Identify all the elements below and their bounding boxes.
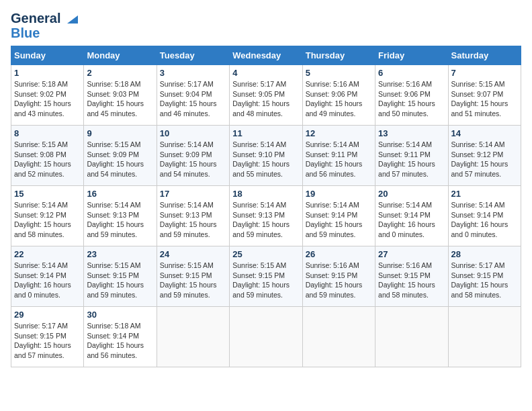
day-info: Sunrise: 5:15 AMSunset: 9:15 PMDaylight:…: [232, 261, 299, 300]
calendar-cell: 3Sunrise: 5:17 AMSunset: 9:04 PMDaylight…: [157, 65, 229, 126]
day-number: 20: [378, 189, 445, 199]
calendar-cell: 12Sunrise: 5:14 AMSunset: 9:11 PMDayligh…: [302, 126, 375, 186]
day-number: 14: [451, 128, 518, 138]
day-number: 5: [306, 68, 372, 78]
calendar-cell: 5Sunrise: 5:16 AMSunset: 9:06 PMDaylight…: [302, 65, 375, 126]
day-number: 29: [14, 310, 81, 320]
day-number: 19: [306, 189, 372, 199]
day-number: 25: [232, 249, 299, 259]
day-number: 21: [451, 189, 518, 199]
day-info: Sunrise: 5:14 AMSunset: 9:14 PMDaylight:…: [306, 200, 372, 240]
calendar-week-3: 15Sunrise: 5:14 AMSunset: 9:12 PMDayligh…: [11, 186, 521, 246]
day-info: Sunrise: 5:14 AMSunset: 9:11 PMDaylight:…: [378, 140, 445, 179]
day-number: 27: [378, 249, 445, 259]
day-info: Sunrise: 5:17 AMSunset: 9:15 PMDaylight:…: [14, 321, 81, 361]
day-number: 24: [160, 249, 226, 259]
logo-icon: [63, 10, 82, 29]
calendar-cell: 30Sunrise: 5:18 AMSunset: 9:14 PMDayligh…: [84, 307, 157, 367]
calendar-cell: 6Sunrise: 5:16 AMSunset: 9:06 PMDaylight…: [375, 65, 448, 126]
day-info: Sunrise: 5:17 AMSunset: 9:04 PMDaylight:…: [160, 79, 226, 119]
day-number: 2: [87, 68, 153, 78]
calendar-cell: [448, 307, 521, 367]
calendar-cell: [375, 307, 448, 367]
calendar-cell: [157, 307, 229, 367]
calendar-cell: 10Sunrise: 5:14 AMSunset: 9:09 PMDayligh…: [157, 126, 229, 186]
day-number: 30: [87, 310, 153, 320]
col-header-friday: Friday: [375, 46, 448, 65]
day-info: Sunrise: 5:14 AMSunset: 9:14 PMDaylight:…: [14, 261, 81, 300]
col-header-wednesday: Wednesday: [230, 46, 302, 65]
header-row: SundayMondayTuesdayWednesdayThursdayFrid…: [11, 46, 521, 65]
calendar-cell: 19Sunrise: 5:14 AMSunset: 9:14 PMDayligh…: [302, 186, 375, 246]
day-number: 18: [232, 189, 299, 199]
calendar-cell: 16Sunrise: 5:14 AMSunset: 9:13 PMDayligh…: [84, 186, 157, 246]
calendar-table: SundayMondayTuesdayWednesdayThursdayFrid…: [11, 46, 521, 367]
day-info: Sunrise: 5:14 AMSunset: 9:14 PMDaylight:…: [451, 200, 518, 240]
calendar-cell: 14Sunrise: 5:14 AMSunset: 9:12 PMDayligh…: [448, 126, 521, 186]
calendar-week-5: 29Sunrise: 5:17 AMSunset: 9:15 PMDayligh…: [11, 307, 521, 367]
day-info: Sunrise: 5:14 AMSunset: 9:13 PMDaylight:…: [87, 200, 153, 240]
calendar-cell: 17Sunrise: 5:14 AMSunset: 9:13 PMDayligh…: [157, 186, 229, 246]
calendar-cell: [302, 307, 375, 367]
calendar-week-2: 8Sunrise: 5:15 AMSunset: 9:08 PMDaylight…: [11, 126, 521, 186]
calendar-cell: 23Sunrise: 5:15 AMSunset: 9:15 PMDayligh…: [84, 246, 157, 307]
calendar-cell: 8Sunrise: 5:15 AMSunset: 9:08 PMDaylight…: [11, 126, 84, 186]
day-number: 13: [378, 128, 445, 138]
col-header-thursday: Thursday: [302, 46, 375, 65]
calendar-cell: 26Sunrise: 5:16 AMSunset: 9:15 PMDayligh…: [302, 246, 375, 307]
day-number: 12: [306, 128, 372, 138]
calendar-cell: 20Sunrise: 5:14 AMSunset: 9:14 PMDayligh…: [375, 186, 448, 246]
day-info: Sunrise: 5:14 AMSunset: 9:09 PMDaylight:…: [160, 140, 226, 179]
calendar-cell: 25Sunrise: 5:15 AMSunset: 9:15 PMDayligh…: [230, 246, 302, 307]
day-info: Sunrise: 5:14 AMSunset: 9:11 PMDaylight:…: [306, 140, 372, 179]
calendar-cell: 27Sunrise: 5:16 AMSunset: 9:15 PMDayligh…: [375, 246, 448, 307]
day-info: Sunrise: 5:14 AMSunset: 9:12 PMDaylight:…: [451, 140, 518, 179]
logo: GeneralBlue: [11, 11, 82, 40]
day-info: Sunrise: 5:14 AMSunset: 9:13 PMDaylight:…: [160, 200, 226, 240]
calendar-cell: 13Sunrise: 5:14 AMSunset: 9:11 PMDayligh…: [375, 126, 448, 186]
day-info: Sunrise: 5:15 AMSunset: 9:08 PMDaylight:…: [14, 140, 81, 179]
day-info: Sunrise: 5:15 AMSunset: 9:07 PMDaylight:…: [451, 79, 518, 119]
day-number: 16: [87, 189, 153, 199]
calendar-cell: 7Sunrise: 5:15 AMSunset: 9:07 PMDaylight…: [448, 65, 521, 126]
logo-blue: Blue: [11, 26, 40, 40]
day-number: 1: [14, 68, 81, 78]
calendar-cell: 9Sunrise: 5:15 AMSunset: 9:09 PMDaylight…: [84, 126, 157, 186]
svg-marker-0: [67, 15, 78, 24]
day-info: Sunrise: 5:16 AMSunset: 9:15 PMDaylight:…: [378, 261, 445, 300]
day-number: 6: [378, 68, 445, 78]
day-info: Sunrise: 5:15 AMSunset: 9:09 PMDaylight:…: [87, 140, 153, 179]
day-info: Sunrise: 5:16 AMSunset: 9:15 PMDaylight:…: [306, 261, 372, 300]
day-number: 26: [306, 249, 372, 259]
calendar-cell: 1Sunrise: 5:18 AMSunset: 9:02 PMDaylight…: [11, 65, 84, 126]
col-header-sunday: Sunday: [11, 46, 84, 65]
calendar-cell: 2Sunrise: 5:18 AMSunset: 9:03 PMDaylight…: [84, 65, 157, 126]
col-header-tuesday: Tuesday: [157, 46, 229, 65]
day-info: Sunrise: 5:16 AMSunset: 9:06 PMDaylight:…: [378, 79, 445, 119]
day-number: 17: [160, 189, 226, 199]
day-number: 22: [14, 249, 81, 259]
day-info: Sunrise: 5:18 AMSunset: 9:03 PMDaylight:…: [87, 79, 153, 119]
calendar-cell: 4Sunrise: 5:17 AMSunset: 9:05 PMDaylight…: [230, 65, 302, 126]
header: GeneralBlue: [11, 11, 521, 40]
day-info: Sunrise: 5:15 AMSunset: 9:15 PMDaylight:…: [87, 261, 153, 300]
day-info: Sunrise: 5:17 AMSunset: 9:05 PMDaylight:…: [232, 79, 299, 119]
calendar-cell: 21Sunrise: 5:14 AMSunset: 9:14 PMDayligh…: [448, 186, 521, 246]
day-number: 3: [160, 68, 226, 78]
col-header-saturday: Saturday: [448, 46, 521, 65]
day-number: 9: [87, 128, 153, 138]
day-number: 8: [14, 128, 81, 138]
day-number: 7: [451, 68, 518, 78]
calendar-week-4: 22Sunrise: 5:14 AMSunset: 9:14 PMDayligh…: [11, 246, 521, 307]
day-info: Sunrise: 5:14 AMSunset: 9:14 PMDaylight:…: [378, 200, 445, 240]
day-info: Sunrise: 5:18 AMSunset: 9:02 PMDaylight:…: [14, 79, 81, 119]
day-info: Sunrise: 5:18 AMSunset: 9:14 PMDaylight:…: [87, 321, 153, 361]
calendar-cell: 11Sunrise: 5:14 AMSunset: 9:10 PMDayligh…: [230, 126, 302, 186]
calendar-cell: 22Sunrise: 5:14 AMSunset: 9:14 PMDayligh…: [11, 246, 84, 307]
calendar-cell: [230, 307, 302, 367]
day-number: 10: [160, 128, 226, 138]
day-info: Sunrise: 5:16 AMSunset: 9:06 PMDaylight:…: [306, 79, 372, 119]
day-info: Sunrise: 5:15 AMSunset: 9:15 PMDaylight:…: [160, 261, 226, 300]
day-number: 23: [87, 249, 153, 259]
calendar-cell: 18Sunrise: 5:14 AMSunset: 9:13 PMDayligh…: [230, 186, 302, 246]
